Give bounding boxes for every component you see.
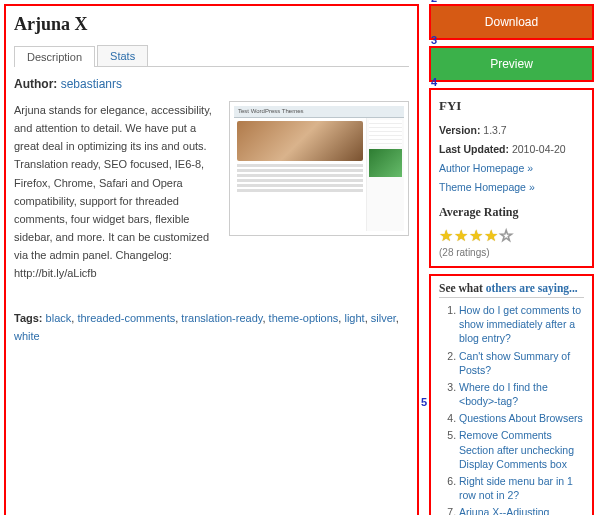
- theme-title: Arjuna X: [14, 14, 409, 35]
- forum-link[interactable]: Can't show Summary of Posts?: [459, 350, 570, 376]
- fyi-panel: 4 FYI Version: 1.3.7 Last Updated: 2010-…: [429, 88, 594, 268]
- theme-description: Arjuna stands for elegance, accessibilit…: [14, 101, 219, 282]
- forum-link[interactable]: Arjuna X--Adjusting Sidebars: [459, 506, 549, 515]
- tag-link[interactable]: black: [46, 312, 72, 324]
- list-item: How do I get comments to show immediatel…: [459, 303, 584, 346]
- updated-value: 2010-04-20: [512, 143, 566, 155]
- thumb-hero-image: [237, 121, 363, 161]
- star-icon: ★: [469, 227, 484, 244]
- author-label: Author:: [14, 77, 57, 91]
- download-button[interactable]: 2 Download: [429, 4, 594, 40]
- star-icon: ☆: [499, 227, 514, 244]
- theme-detail-panel: Arjuna X Description Stats Author: sebas…: [4, 4, 419, 515]
- tag-link[interactable]: theme-options: [269, 312, 339, 324]
- forum-heading-prefix: See what: [439, 282, 486, 294]
- version-value: 1.3.7: [483, 124, 506, 136]
- avg-rating-label: Average Rating: [439, 205, 518, 219]
- thumb-calendar: [369, 120, 402, 146]
- tab-bar: Description Stats: [14, 45, 409, 67]
- preview-label: Preview: [490, 57, 533, 71]
- star-icon: ★: [484, 227, 499, 244]
- ratings-count: (28 ratings): [439, 247, 584, 258]
- version-label: Version:: [439, 124, 480, 136]
- forum-link[interactable]: Remove Comments Section after unchecking…: [459, 429, 574, 469]
- download-label: Download: [485, 15, 538, 29]
- list-item: Remove Comments Section after unchecking…: [459, 428, 584, 471]
- author-homepage-link[interactable]: Author Homepage »: [439, 162, 533, 174]
- tags-label: Tags:: [14, 312, 43, 324]
- forum-heading: See what others are saying...: [439, 282, 584, 298]
- tag-link[interactable]: light: [344, 312, 364, 324]
- theme-screenshot[interactable]: Test WordPress Themes: [229, 101, 409, 236]
- author-link[interactable]: sebastianrs: [61, 77, 122, 91]
- annotation-5: 5: [421, 396, 427, 408]
- list-item: Right side menu bar in 1 row not in 2?: [459, 474, 584, 502]
- list-item: Can't show Summary of Posts?: [459, 349, 584, 377]
- forum-link[interactable]: Questions About Browsers: [459, 412, 583, 424]
- annotation-2: 2: [431, 0, 437, 4]
- tag-link[interactable]: threaded-comments: [77, 312, 175, 324]
- forum-panel: 5 See what others are saying... How do I…: [429, 274, 594, 515]
- tag-link[interactable]: silver: [371, 312, 396, 324]
- theme-homepage-link[interactable]: Theme Homepage »: [439, 181, 535, 193]
- updated-label: Last Updated:: [439, 143, 509, 155]
- forum-link[interactable]: How do I get comments to show immediatel…: [459, 304, 581, 344]
- forum-heading-link[interactable]: others are saying...: [486, 282, 578, 294]
- annotation-3: 3: [431, 34, 437, 46]
- thumb-side-image: [369, 149, 402, 177]
- star-icon: ★: [439, 227, 454, 244]
- tag-link[interactable]: white: [14, 330, 40, 342]
- author-line: Author: sebastianrs: [14, 77, 409, 91]
- star-icon: ★: [454, 227, 469, 244]
- thumb-header-text: Test WordPress Themes: [234, 106, 404, 118]
- list-item: Questions About Browsers: [459, 411, 584, 425]
- annotation-4: 4: [431, 76, 437, 88]
- tab-stats[interactable]: Stats: [97, 45, 148, 66]
- tab-description[interactable]: Description: [14, 46, 95, 67]
- forum-link[interactable]: Right side menu bar in 1 row not in 2?: [459, 475, 573, 501]
- forum-list: How do I get comments to show immediatel…: [439, 303, 584, 515]
- star-rating[interactable]: ★★★★☆: [439, 226, 584, 245]
- fyi-heading: FYI: [439, 98, 584, 114]
- preview-button[interactable]: 3 Preview: [429, 46, 594, 82]
- list-item: Where do I find the <body>-tag?: [459, 380, 584, 408]
- tags-block: Tags: black, threaded-comments, translat…: [14, 310, 409, 345]
- tag-link[interactable]: translation-ready: [181, 312, 262, 324]
- list-item: Arjuna X--Adjusting Sidebars: [459, 505, 584, 515]
- forum-link[interactable]: Where do I find the <body>-tag?: [459, 381, 548, 407]
